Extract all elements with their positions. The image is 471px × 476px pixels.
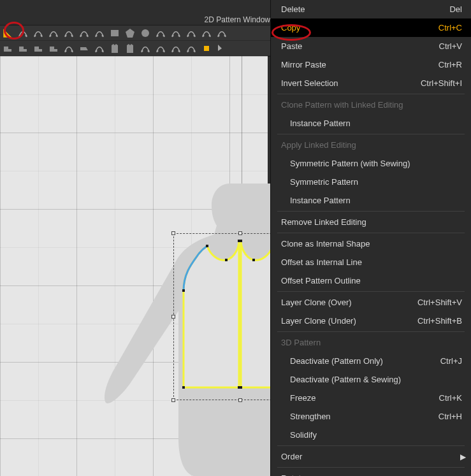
menu-item-label: Remove Linked Editing [281,217,462,227]
menu-item-label: Strengthen [281,412,438,421]
svg-rect-48 [240,386,242,389]
svg-point-7 [65,34,67,36]
menu-item-strengthen[interactable]: StrengthenCtrl+H [271,407,471,426]
menu-item-delete[interactable]: DeleteDel [271,0,471,18]
svg-rect-41 [206,245,208,247]
menu-item-freeze[interactable]: FreezeCtrl+K [271,389,471,407]
selection-handle[interactable] [171,315,175,319]
steam-icon[interactable] [76,41,92,55]
selection-handle[interactable] [238,398,242,402]
ellipse-icon[interactable] [138,26,153,40]
menu-item-paste[interactable]: PasteCtrl+V [271,37,471,55]
menu-item-clone-as-internal-shape[interactable]: Clone as Internal Shape [271,234,471,253]
menu-item-remove-linked-editing[interactable]: Remove Linked Editing [271,213,471,231]
texture-icon[interactable] [107,41,122,55]
topstitch-icon[interactable] [61,41,76,55]
menu-separator [277,94,465,94]
menu-item-symmetric-pattern-with-sewing[interactable]: Symmetric Pattern (with Sewing) [271,154,471,173]
extra-tool-icon[interactable] [214,26,229,40]
edit-texture-icon[interactable] [122,41,138,55]
curve-point-icon[interactable] [61,26,76,40]
menu-item-instance-pattern[interactable]: Instance Pattern [271,191,471,210]
selection-handle[interactable] [171,398,175,402]
pattern-canvas[interactable] [0,56,268,476]
transform-icon[interactable] [153,41,168,55]
internal-line-icon[interactable] [153,26,168,40]
svg-point-18 [172,34,174,36]
free-sewing-icon[interactable] [31,41,46,55]
edit-curve-icon[interactable] [15,26,31,40]
svg-point-25 [224,34,226,36]
menu-item-layer-clone-under[interactable]: Layer Clone (Under)Ctrl+Shift+B [271,312,471,330]
align-icon[interactable] [138,41,153,55]
dart-icon[interactable] [168,26,184,40]
svg-point-37 [194,50,196,52]
menu-separator [277,331,465,332]
menu-item-symmetric-pattern[interactable]: Symmetric Pattern [271,173,471,191]
highlight-icon[interactable] [199,41,214,55]
svg-rect-13 [111,30,119,36]
segment-sewing-icon[interactable] [0,41,15,55]
selection-handle[interactable] [171,231,175,235]
menu-item-label: Clone Pattern with Linked Editing [281,100,462,110]
menu-item-shortcut: Ctrl+Shift+V [417,298,462,307]
menu-item-invert-selection[interactable]: Invert SelectionCtrl+Shift+I [271,74,471,92]
svg-point-33 [163,50,165,52]
menu-item-copy[interactable]: CopyCtrl+C [271,18,471,37]
menu-item-shortcut: Ctrl+K [439,393,462,403]
menu-item-offset-as-internal-line[interactable]: Offset as Internal Line [271,253,471,271]
svg-point-19 [178,34,180,36]
group-icon[interactable] [168,41,184,55]
menu-item-deactivate-pattern-only[interactable]: Deactivate (Pattern Only)Ctrl+J [271,352,471,370]
pattern-piece-left[interactable] [178,241,242,396]
arrow-icon[interactable] [214,41,229,55]
svg-point-35 [178,50,180,52]
menu-item-label: Symmetric Pattern [281,177,462,187]
m-sewing-icon[interactable] [15,41,31,55]
menu-item-shortcut: Ctrl+Shift+I [421,78,462,88]
svg-point-32 [157,50,159,52]
window-title: 2D Pattern Window [205,15,270,24]
svg-marker-0 [3,29,12,38]
menu-item-label: Delete [281,4,449,14]
menu-item-order[interactable]: Order▶ [271,447,471,466]
seam-allowance-icon[interactable] [199,26,214,40]
polygon-icon[interactable] [122,26,138,40]
svg-point-8 [71,34,73,36]
submenu-arrow-icon: ▶ [460,474,466,477]
split-icon[interactable] [76,26,92,40]
selection-handle[interactable] [238,231,242,235]
svg-rect-43 [182,386,185,389]
sewing-machine-icon[interactable] [46,41,61,55]
menu-item-shortcut: Ctrl+H [438,412,462,421]
shrink-icon[interactable] [92,41,107,55]
notch-icon[interactable] [92,26,107,40]
svg-point-11 [96,34,98,36]
menu-item-label: 3D Pattern [281,338,462,347]
menu-separator [277,211,465,212]
add-point-icon[interactable] [46,26,61,40]
trace-icon[interactable] [184,26,199,40]
svg-point-36 [187,50,189,52]
menu-item-offset-pattern-outline[interactable]: Offset Pattern Outline [271,271,471,290]
menu-item-deactivate-pattern-sewing[interactable]: Deactivate (Pattern & Sewing) [271,370,471,389]
menu-item-layer-clone-over[interactable]: Layer Clone (Over)Ctrl+Shift+V [271,293,471,312]
layer-icon[interactable] [184,41,199,55]
svg-rect-38 [204,46,209,51]
menu-item-solidify[interactable]: Solidify [271,426,471,444]
rectangle-icon[interactable] [107,26,122,40]
menu-item-label: Rotate [281,473,462,476]
menu-item-mirror-paste[interactable]: Mirror PasteCtrl+R [271,55,471,74]
svg-point-10 [87,34,89,36]
svg-point-22 [203,34,205,36]
svg-point-28 [96,50,98,52]
menu-item-instance-pattern[interactable]: Instance Pattern [271,114,471,133]
menu-item-rotate[interactable]: Rotate▶ [271,469,471,476]
svg-point-3 [34,34,36,36]
context-menu[interactable]: DeleteDelCopyCtrl+CPasteCtrl+VMirror Pas… [270,0,471,476]
transform-tool-icon[interactable] [0,26,15,40]
svg-point-17 [163,34,165,36]
menu-item-label: Mirror Paste [281,60,438,69]
svg-marker-14 [126,29,134,38]
edit-point-icon[interactable] [31,26,46,40]
